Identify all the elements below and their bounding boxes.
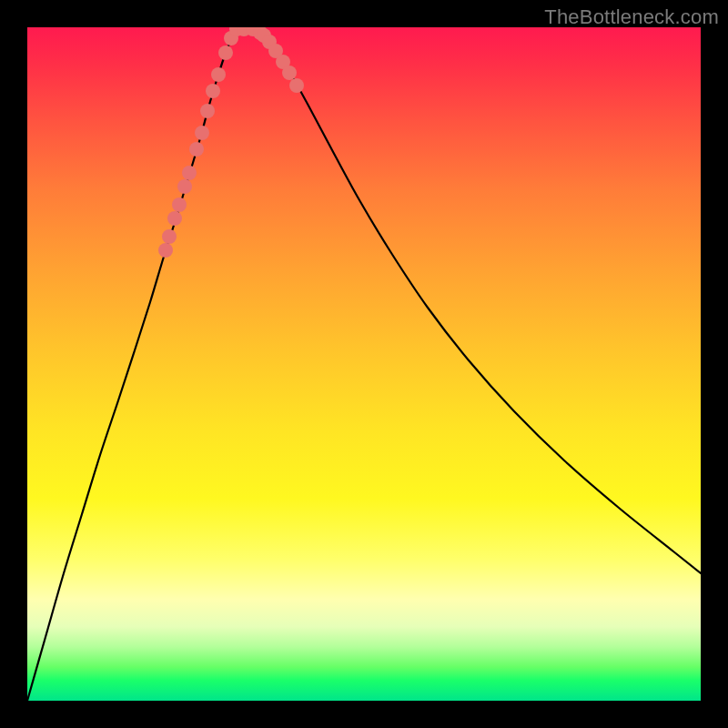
highlight-marker [211,67,226,82]
highlight-marker [195,126,209,140]
watermark-text: TheBottleneck.com [544,5,719,29]
bottleneck-curve [27,28,701,701]
highlight-marker [200,104,215,118]
highlight-marker [289,78,304,93]
highlight-marker [206,84,220,98]
highlight-marker [172,197,187,212]
highlight-marker [282,66,297,80]
highlight-marker [218,46,233,60]
highlight-marker [158,243,173,258]
highlight-marker [167,211,182,226]
highlight-marker [177,179,192,194]
highlight-marker [182,166,197,180]
plot-area [27,27,701,701]
highlight-marker [162,229,177,244]
chart-frame: TheBottleneck.com [0,0,728,728]
highlight-marker [189,142,204,157]
chart-svg [27,27,701,701]
